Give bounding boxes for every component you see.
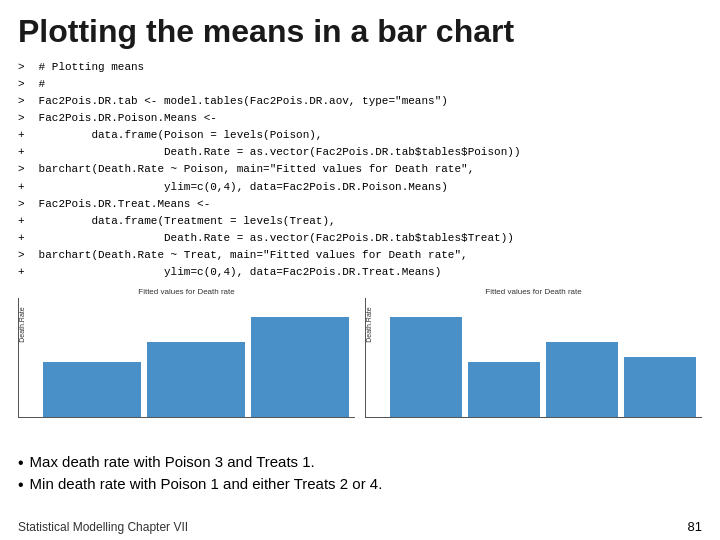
code-line: + Death.Rate = as.vector(Fac2Pois.DR.tab… [18,230,702,247]
chart2-title: Fitted values for Death rate [485,287,582,296]
chart1-title: Fitted values for Death rate [138,287,235,296]
code-prefix: + [18,230,32,247]
footer-left: Statistical Modelling Chapter VII [18,520,188,534]
chart2: Fitted values for Death rate Death.Rate [365,287,702,445]
chart1-ylabel: Death.Rate [18,308,25,343]
chart2-ylabel: Death.Rate [365,308,372,343]
code-text: Fac2Pois.DR.Treat.Means <- [32,196,210,213]
footer-right: 81 [688,519,702,534]
bar [624,357,696,417]
code-prefix: > [18,110,32,127]
code-line: + ylim=c(0,4), data=Fac2Pois.DR.Treat.Me… [18,264,702,281]
code-text: barchart(Death.Rate ~ Poison, main="Fitt… [32,161,474,178]
code-prefix: > [18,93,32,110]
code-line: > Fac2Pois.DR.Poison.Means <- [18,110,702,127]
code-line: > Fac2Pois.DR.tab <- model.tables(Fac2Po… [18,93,702,110]
bullets-section: •Max death rate with Poison 3 and Treats… [0,445,720,501]
code-line: > barchart(Death.Rate ~ Poison, main="Fi… [18,161,702,178]
code-prefix: + [18,264,32,281]
chart2-inner: Death.Rate [365,298,702,418]
chart1-inner: Death.Rate [18,298,355,418]
code-line: + Death.Rate = as.vector(Fac2Pois.DR.tab… [18,144,702,161]
code-prefix: > [18,161,32,178]
bar [251,317,349,417]
code-text: Death.Rate = as.vector(Fac2Pois.DR.tab$t… [32,144,520,161]
code-prefix: > [18,76,32,93]
code-line: + data.frame(Treatment = levels(Treat), [18,213,702,230]
bar [147,342,245,417]
chart1: Fitted values for Death rate Death.Rate [18,287,355,445]
code-prefix: > [18,196,32,213]
charts-area: Fitted values for Death rate Death.Rate … [0,285,720,445]
code-line: + data.frame(Poison = levels(Poison), [18,127,702,144]
code-line: > # [18,76,702,93]
code-line: + ylim=c(0,4), data=Fac2Pois.DR.Poison.M… [18,179,702,196]
code-text: Fac2Pois.DR.Poison.Means <- [32,110,217,127]
bullet-text: Min death rate with Poison 1 and either … [30,475,383,492]
code-text: ylim=c(0,4), data=Fac2Pois.DR.Treat.Mean… [32,264,441,281]
code-prefix: > [18,59,32,76]
page-title: Plotting the means in a bar chart [0,0,720,55]
code-text: Fac2Pois.DR.tab <- model.tables(Fac2Pois… [32,93,448,110]
code-prefix: + [18,179,32,196]
bullet-item: •Max death rate with Poison 3 and Treats… [18,453,702,472]
bar [468,362,540,417]
code-line: > barchart(Death.Rate ~ Treat, main="Fit… [18,247,702,264]
code-prefix: + [18,213,32,230]
code-line: > # Plotting means [18,59,702,76]
code-prefix: + [18,144,32,161]
bar [43,362,141,417]
bullet-dot: • [18,453,24,472]
code-block: > # Plotting means> #> Fac2Pois.DR.tab <… [0,55,720,285]
code-text: barchart(Death.Rate ~ Treat, main="Fitte… [32,247,468,264]
bullet-item: •Min death rate with Poison 1 and either… [18,475,702,494]
code-line: > Fac2Pois.DR.Treat.Means <- [18,196,702,213]
code-text: # [32,76,45,93]
bullet-text: Max death rate with Poison 3 and Treats … [30,453,315,470]
code-text: data.frame(Poison = levels(Poison), [32,127,322,144]
code-text: # Plotting means [32,59,144,76]
code-text: Death.Rate = as.vector(Fac2Pois.DR.tab$t… [32,230,514,247]
bar [546,342,618,417]
bar [390,317,462,417]
code-prefix: + [18,127,32,144]
footer: Statistical Modelling Chapter VII 81 [18,519,702,534]
code-text: data.frame(Treatment = levels(Treat), [32,213,336,230]
code-text: ylim=c(0,4), data=Fac2Pois.DR.Poison.Mea… [32,179,448,196]
code-prefix: > [18,247,32,264]
bullet-dot: • [18,475,24,494]
